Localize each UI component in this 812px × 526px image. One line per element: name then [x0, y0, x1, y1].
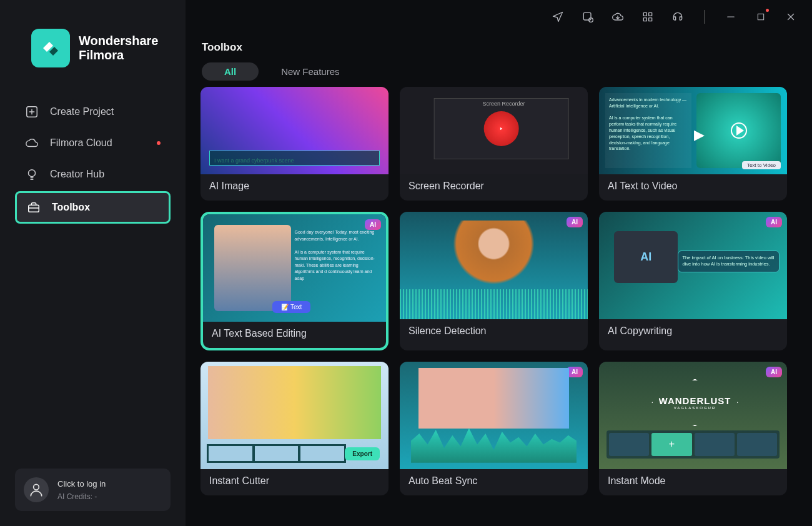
notification-dot	[157, 141, 161, 145]
headset-support-icon[interactable]	[671, 11, 684, 23]
tab-all[interactable]: All	[202, 62, 259, 81]
brand-line1: Wondershare	[79, 34, 158, 48]
ai-badge: AI	[365, 219, 381, 230]
tool-thumbnail: AI Good day everyone! Today, most exciti…	[203, 214, 386, 322]
tool-thumbnail: I want a grand cyberpunk scene	[201, 87, 389, 174]
titlebar-icons	[552, 10, 797, 24]
thumb-caption: I want a grand cyberpunk scene	[214, 157, 294, 164]
plus-square-icon	[25, 105, 39, 119]
tool-card-instant-cutter[interactable]: Export Instant Cutter	[201, 362, 389, 495]
tool-label: AI Text Based Editing	[203, 322, 386, 348]
tab-new-features[interactable]: New Features	[259, 62, 362, 81]
app-brand-text: Wondershare Filmora	[79, 34, 158, 62]
cloud-download-icon[interactable]	[611, 11, 624, 23]
toolbox-icon	[27, 201, 41, 214]
tool-card-ai-text-based-editing[interactable]: AI Good day everyone! Today, most exciti…	[201, 212, 389, 350]
tool-label: Instant Cutter	[201, 469, 389, 495]
svg-rect-9	[649, 18, 652, 21]
notification-dot	[766, 9, 769, 12]
ai-badge: AI	[766, 217, 782, 227]
ai-chip-icon: AI	[614, 231, 678, 283]
tool-label: AI Copywriting	[599, 319, 787, 345]
tool-card-ai-text-to-video[interactable]: Advancements in modern technology — Arti…	[599, 87, 787, 201]
send-icon[interactable]	[552, 11, 564, 23]
window-minimize-icon[interactable]	[725, 11, 737, 23]
tool-card-ai-copywriting[interactable]: AI AI The impact of AI on business: This…	[599, 212, 787, 350]
divider	[704, 10, 705, 24]
ai-credits: AI Credits: -	[57, 492, 106, 501]
tool-label: Auto Beat Sync	[400, 469, 588, 495]
svg-point-3	[34, 484, 39, 490]
login-card[interactable]: Click to log in AI Credits: -	[15, 469, 171, 511]
svg-rect-7	[649, 12, 652, 16]
tool-thumbnail: AI	[400, 212, 588, 319]
svg-rect-8	[643, 18, 646, 21]
thumb-text: Advancements in modern technology — Arti…	[605, 93, 691, 168]
export-button: Export	[345, 447, 380, 460]
main-area: Toolbox All New Features I want a grand …	[186, 0, 812, 526]
cloud-icon	[25, 136, 39, 150]
tools-grid-area: I want a grand cyberpunk scene AI Image …	[186, 81, 812, 526]
svg-point-1	[29, 170, 36, 177]
login-prompt: Click to log in	[57, 479, 106, 489]
play-icon	[731, 122, 747, 139]
thumb-text: Good day everyone! Today, most exciting …	[295, 229, 379, 282]
arrow-right-icon: ▶	[694, 127, 705, 143]
tool-thumbnail: Screen Recorder	[400, 87, 588, 174]
svg-rect-4	[583, 12, 591, 20]
page-title: Toolbox	[186, 0, 812, 54]
tool-label: Instant Mode	[599, 469, 787, 495]
apps-grid-icon[interactable]	[641, 11, 654, 23]
tool-label: Silence Detection	[400, 319, 588, 345]
tool-label: Screen Recorder	[400, 174, 588, 201]
login-info: Click to log in AI Credits: -	[57, 479, 106, 501]
tool-thumbnail: AI	[400, 362, 588, 469]
tool-card-instant-mode[interactable]: AI WANDERLUSTVAGLASKOGUR + Instant Mode	[599, 362, 787, 495]
bulb-icon	[25, 167, 39, 181]
tool-label: AI Text to Video	[599, 174, 787, 201]
svg-rect-10	[758, 14, 763, 19]
avatar-icon	[24, 477, 49, 502]
record-icon	[484, 111, 519, 146]
sidebar-item-create-project[interactable]: Create Project	[15, 97, 171, 126]
window-maximize-icon[interactable]	[755, 11, 767, 23]
app-logo-area: Wondershare Filmora	[0, 0, 186, 85]
sidebar-nav: Create Project Filmora Cloud Creator Hub…	[0, 85, 186, 224]
text-button: 📝 Text	[272, 301, 310, 313]
account-settings-icon[interactable]	[582, 11, 594, 23]
tool-card-screen-recorder[interactable]: Screen Recorder Screen Recorder	[400, 87, 588, 201]
ai-badge: AI	[766, 367, 782, 377]
tool-card-silence-detection[interactable]: AI Silence Detection	[400, 212, 588, 350]
sidebar-item-label: Create Project	[50, 106, 114, 117]
sidebar-item-label: Toolbox	[52, 202, 90, 213]
filmora-logo-icon	[31, 29, 70, 67]
tool-card-auto-beat-sync[interactable]: AI Auto Beat Sync	[400, 362, 588, 495]
tabs: All New Features	[186, 54, 812, 81]
tool-card-ai-image[interactable]: I want a grand cyberpunk scene AI Image	[201, 87, 389, 201]
thumb-caption: Screen Recorder	[482, 101, 525, 107]
tool-label: AI Image	[201, 174, 389, 201]
sidebar-item-label: Creator Hub	[50, 169, 104, 180]
window-close-icon[interactable]	[785, 11, 797, 23]
thumb-title: WANDERLUST	[659, 395, 731, 406]
thumb-subtitle: VAGLASKOGUR	[674, 406, 716, 410]
svg-rect-6	[643, 12, 646, 16]
sidebar: Wondershare Filmora Create Project Filmo…	[0, 0, 186, 526]
sidebar-item-toolbox[interactable]: Toolbox	[15, 191, 171, 224]
sidebar-item-filmora-cloud[interactable]: Filmora Cloud	[15, 129, 171, 157]
tool-thumbnail: AI AI The impact of AI on business: This…	[599, 212, 787, 319]
ai-badge: AI	[567, 217, 583, 227]
thumb-text: The impact of AI on business: This video…	[678, 251, 780, 272]
sidebar-item-creator-hub[interactable]: Creator Hub	[15, 160, 171, 189]
tool-thumbnail: Advancements in modern technology — Arti…	[599, 87, 787, 174]
tools-grid: I want a grand cyberpunk scene AI Image …	[201, 87, 787, 495]
sidebar-item-label: Filmora Cloud	[50, 137, 112, 149]
tool-thumbnail: AI WANDERLUSTVAGLASKOGUR +	[599, 362, 787, 469]
svg-rect-2	[29, 205, 39, 212]
brand-line2: Filmora	[79, 48, 158, 62]
text-to-video-pill: Text to Video	[742, 161, 781, 169]
tool-thumbnail: Export	[201, 362, 389, 469]
